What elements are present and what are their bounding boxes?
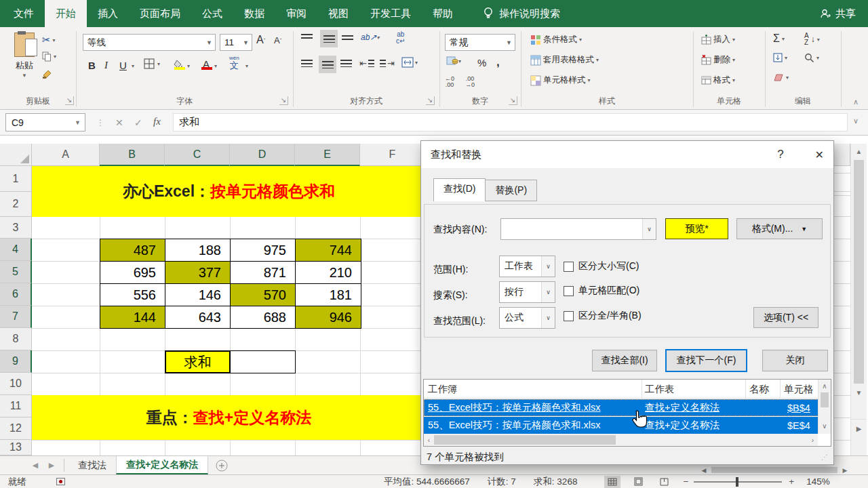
- zoom-level[interactable]: 145%: [806, 476, 830, 487]
- fill-color-dropdown[interactable]: ▾: [187, 63, 190, 69]
- search-combo[interactable]: 按行∨: [499, 281, 555, 303]
- percent-style-button[interactable]: %: [477, 57, 486, 68]
- dialog-title-bar[interactable]: 查找和替换 ? ✕: [421, 141, 833, 168]
- column-header-C[interactable]: C: [165, 144, 230, 166]
- underline-button[interactable]: U: [119, 60, 127, 71]
- row-header-10[interactable]: 10: [0, 373, 32, 395]
- row-header-12[interactable]: 12: [0, 418, 32, 440]
- sort-filter-button[interactable]: AZ↓▾: [804, 33, 820, 46]
- cell-D5[interactable]: 871: [230, 261, 296, 284]
- font-color-dropdown[interactable]: ▾: [214, 63, 217, 69]
- chevron-down-icon[interactable]: ∨: [642, 219, 656, 239]
- chevron-down-icon[interactable]: ∨: [541, 282, 555, 302]
- tell-me-search[interactable]: 操作说明搜索: [483, 0, 560, 27]
- sheet-next-icon[interactable]: ▶: [43, 456, 60, 474]
- collapse-ribbon-icon[interactable]: ∧: [853, 98, 859, 106]
- col-worksheet[interactable]: 工作表: [645, 383, 675, 396]
- comma-style-button[interactable]: ,: [496, 56, 500, 69]
- cell-E4[interactable]: 744: [295, 239, 361, 262]
- cell-C7[interactable]: 643: [165, 306, 231, 329]
- align-left-button[interactable]: [301, 60, 313, 67]
- cell-C4[interactable]: 188: [165, 239, 231, 262]
- copy-button[interactable]: ▾: [42, 52, 56, 62]
- within-combo[interactable]: 工作表∨: [499, 256, 555, 277]
- close-icon[interactable]: ✕: [815, 148, 824, 161]
- column-header-D[interactable]: D: [230, 144, 295, 166]
- column-header-F[interactable]: F: [360, 144, 425, 166]
- increase-font-button[interactable]: Aˆ: [256, 34, 265, 46]
- clipboard-dialog-launcher[interactable]: ↘: [65, 96, 74, 105]
- scroll-up-icon[interactable]: ∧: [818, 380, 831, 392]
- dropdown-arrow-icon[interactable]: ▼: [503, 39, 515, 46]
- tab-help[interactable]: 帮助: [422, 0, 464, 27]
- top-align-button[interactable]: [301, 34, 313, 39]
- expand-formula-bar-icon[interactable]: ∨: [853, 117, 859, 125]
- increase-decimal-button[interactable]: ←0.00: [445, 76, 454, 88]
- cell-D4[interactable]: 975: [230, 239, 296, 262]
- row-header-5[interactable]: 5: [0, 261, 32, 283]
- row-header-7[interactable]: 7: [0, 306, 32, 328]
- sheet-prev-icon[interactable]: ◀: [27, 456, 43, 474]
- tab-developer[interactable]: 开发工具: [359, 0, 422, 27]
- borders-button[interactable]: ▾: [144, 58, 160, 70]
- wrap-text-button[interactable]: abc↵: [396, 31, 405, 45]
- name-box[interactable]: C9▼: [5, 113, 85, 131]
- row-header-6[interactable]: 6: [0, 283, 32, 306]
- scroll-down-icon[interactable]: ∨: [818, 420, 831, 432]
- column-header-B[interactable]: B: [100, 144, 165, 166]
- cell-D9[interactable]: [230, 350, 296, 373]
- cell-B6[interactable]: 556: [100, 283, 165, 306]
- format-cells-button[interactable]: 格式▾: [701, 75, 735, 86]
- font-color-button[interactable]: A: [199, 57, 213, 70]
- underline-dropdown[interactable]: ▾: [132, 63, 134, 69]
- tab-page-layout[interactable]: 页面布局: [129, 0, 191, 27]
- tab-file[interactable]: 文件: [3, 0, 45, 27]
- decrease-indent-button[interactable]: ⇤: [359, 58, 374, 68]
- drag-dots-icon[interactable]: ⋮: [96, 118, 104, 127]
- dropdown-arrow-icon[interactable]: ▼: [203, 39, 215, 46]
- chevron-down-icon[interactable]: ∨: [541, 308, 555, 328]
- sheet-tab-2-active[interactable]: 查找+定义名称法: [116, 456, 208, 474]
- col-workbook[interactable]: 工作簿: [428, 383, 458, 396]
- zoom-slider-thumb[interactable]: [736, 477, 738, 487]
- dialog-tab-find[interactable]: 查找(D): [433, 178, 486, 201]
- row-header-11[interactable]: 11: [0, 395, 32, 418]
- tab-insert[interactable]: 插入: [87, 0, 129, 27]
- col-cell[interactable]: 单元格: [784, 383, 814, 396]
- autosum-button[interactable]: Σ▾: [773, 33, 785, 45]
- cell-D6[interactable]: 570: [230, 283, 296, 306]
- macro-record-icon[interactable]: [56, 478, 65, 485]
- cell-D7[interactable]: 688: [230, 306, 296, 329]
- vertical-scrollbar[interactable]: ▲ ▼ ▶: [850, 144, 867, 455]
- cell-E7[interactable]: 946: [295, 306, 361, 329]
- match-case-checkbox[interactable]: 区分大小写(C): [564, 260, 639, 272]
- resize-grip-icon[interactable]: ⋰: [821, 453, 831, 463]
- scroll-right-icon[interactable]: ▶: [840, 467, 850, 474]
- insert-cells-button[interactable]: 插入▾: [701, 34, 735, 45]
- zoom-slider[interactable]: [694, 481, 782, 483]
- cell-styles-button[interactable]: 单元格样式▾: [530, 75, 591, 86]
- results-list[interactable]: 工作簿 工作表 名称 单元格 55、Excel技巧：按单元格颜色求和.xlsx …: [423, 379, 831, 447]
- find-next-button[interactable]: 查找下一个(F): [665, 349, 747, 372]
- cut-button[interactable]: ✂▾: [42, 34, 56, 46]
- results-hscrollbar[interactable]: ‹ ›: [424, 434, 818, 446]
- cell-C6[interactable]: 146: [165, 283, 231, 306]
- orientation-button[interactable]: ab↗▾: [361, 33, 379, 42]
- dropdown-arrow-icon[interactable]: ▼: [75, 119, 85, 126]
- scroll-right-icon[interactable]: ›: [808, 436, 818, 444]
- row-header-1[interactable]: 1: [0, 166, 32, 192]
- col-name[interactable]: 名称: [749, 383, 769, 396]
- cell-C9-active[interactable]: 求和: [165, 350, 231, 373]
- normal-view-button[interactable]: [604, 476, 620, 488]
- row-header-2[interactable]: 2: [0, 192, 32, 217]
- match-width-checkbox[interactable]: 区分全/半角(B): [564, 310, 642, 322]
- row-header-8[interactable]: 8: [0, 328, 32, 350]
- number-dialog-launcher[interactable]: ↘: [509, 96, 517, 105]
- cell-E5[interactable]: 210: [295, 261, 361, 284]
- middle-align-button[interactable]: [320, 30, 338, 47]
- share-button[interactable]: 共享: [808, 0, 868, 27]
- page-break-view-button[interactable]: [656, 476, 672, 488]
- row-header-3[interactable]: 3: [0, 217, 32, 239]
- chevron-down-icon[interactable]: ∨: [541, 256, 555, 277]
- horizontal-scrollbar[interactable]: ◀ ▶: [698, 466, 850, 474]
